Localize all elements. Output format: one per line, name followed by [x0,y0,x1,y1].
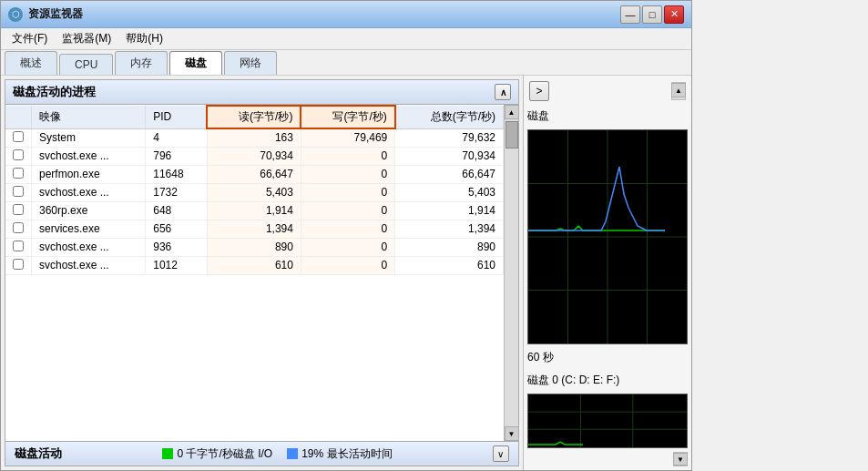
legend-io-color [162,448,173,459]
menu-bar: 文件(F) 监视器(M) 帮助(H) [1,28,691,50]
row-checkbox[interactable] [5,201,32,220]
row-checkbox[interactable] [5,220,32,238]
row-write: 0 [301,201,394,220]
row-pid: 1732 [146,183,207,201]
row-write: 0 [301,238,394,256]
tab-memory[interactable]: 内存 [115,51,168,75]
bottom-bar: 磁盘活动 0 千字节/秒磁盘 I/O 19% 最长活动时间 ∨ [5,441,518,466]
menu-help[interactable]: 帮助(H) [118,29,170,48]
minimize-button[interactable]: — [620,5,640,24]
disk-chart-svg [528,130,687,343]
table-row[interactable]: services.exe 656 1,394 0 1,394 [5,220,504,238]
menu-file[interactable]: 文件(F) [5,29,55,48]
right-scroll-bottom-container: ▼ [527,452,688,466]
row-read: 5,403 [207,183,301,201]
row-pid: 4 [146,128,207,147]
row-read: 610 [207,256,301,274]
row-write: 79,469 [301,128,394,147]
right-panel-top: > ▲ [527,79,688,103]
row-image: System [32,128,146,147]
row-write: 0 [301,220,394,238]
row-pid: 1012 [146,256,207,274]
tab-cpu[interactable]: CPU [59,54,113,75]
row-checkbox[interactable] [5,128,32,147]
restore-button[interactable]: □ [642,5,662,24]
scroll-thumb[interactable] [505,121,518,148]
table-row[interactable]: svchost.exe ... 936 890 0 890 [5,238,504,256]
tab-overview[interactable]: 概述 [5,51,57,75]
col-total-header[interactable]: 总数(字节/秒) [395,106,504,128]
table-row[interactable]: svchost.exe ... 796 70,934 0 70,934 [5,147,504,165]
col-image-header[interactable]: 映像 [32,106,146,128]
expand-button[interactable]: > [529,81,549,101]
table-row[interactable]: 360rp.exe 648 1,914 0 1,914 [5,201,504,220]
menu-monitor[interactable]: 监视器(M) [55,29,118,48]
legend-active-label: 19% 最长活动时间 [301,446,392,462]
row-total: 1,394 [395,220,504,238]
chart-disk-label: 磁盘 [527,107,688,126]
row-write: 0 [301,165,394,183]
bottom-collapse-button[interactable]: ∨ [493,445,509,462]
right-scroll-top[interactable]: ▲ [671,82,686,100]
row-total: 890 [395,238,504,256]
row-image: svchost.exe ... [32,256,146,274]
window-controls: — □ ✕ [620,5,684,24]
main-content: 磁盘活动的进程 ∧ 映像 PID 读(字节/秒) [1,76,691,470]
row-checkbox[interactable] [5,165,32,183]
window-title: 资源监视器 [28,6,83,22]
row-image: svchost.exe ... [32,183,146,201]
col-write-header[interactable]: 写(字节/秒) [301,106,394,128]
row-read: 890 [207,238,301,256]
row-pid: 936 [146,238,207,256]
table-wrapper: 映像 PID 读(字节/秒) 写(字节/秒) 总数(字节/秒) System 4 [5,105,518,441]
scroll-up-arrow[interactable]: ▲ [505,105,519,119]
table-row[interactable]: System 4 163 79,469 79,632 [5,128,504,147]
col-checkbox [5,106,32,128]
row-checkbox[interactable] [5,147,32,165]
scroll-down-arrow[interactable]: ▼ [505,426,519,441]
row-checkbox[interactable] [5,238,32,256]
table-container[interactable]: 映像 PID 读(字节/秒) 写(字节/秒) 总数(字节/秒) System 4 [5,105,504,441]
mini-chart-svg [528,394,687,447]
col-pid-header[interactable]: PID [146,106,207,128]
row-total: 66,647 [395,165,504,183]
app-icon: ⬡ [8,7,23,22]
row-pid: 648 [146,201,207,220]
disk-processes-section: 磁盘活动的进程 ∧ 映像 PID 读(字节/秒) [5,79,519,466]
col-read-header[interactable]: 读(字节/秒) [207,106,301,128]
close-button[interactable]: ✕ [664,5,684,24]
table-row[interactable]: svchost.exe ... 1012 610 0 610 [5,256,504,274]
table-scrollbar[interactable]: ▲ ▼ [504,105,518,441]
main-window: ⬡ 资源监视器 — □ ✕ 文件(F) 监视器(M) 帮助(H) 概述 CPU … [0,0,692,471]
legend-io: 0 千字节/秒磁盘 I/O [162,446,272,462]
row-write: 0 [301,147,394,165]
mini-disk-chart [527,394,688,448]
title-bar: ⬡ 资源监视器 — □ ✕ [1,1,691,28]
legend-active: 19% 最长活动时间 [287,446,392,462]
row-write: 0 [301,183,394,201]
right-scroll-down[interactable]: ▼ [673,453,688,466]
tab-disk[interactable]: 磁盘 [169,51,222,75]
collapse-button[interactable]: ∧ [495,84,511,100]
row-image: perfmon.exe [32,165,146,183]
row-write: 0 [301,256,394,274]
row-total: 5,403 [395,183,504,201]
row-read: 66,647 [207,165,301,183]
section-header: 磁盘活动的进程 ∧ [5,80,518,105]
table-header-row: 映像 PID 读(字节/秒) 写(字节/秒) 总数(字节/秒) [5,106,504,128]
tab-network[interactable]: 网络 [224,51,277,75]
table-row[interactable]: perfmon.exe 11648 66,647 0 66,647 [5,165,504,183]
left-panel: 磁盘活动的进程 ∧ 映像 PID 读(字节/秒) [1,76,523,470]
row-checkbox[interactable] [5,183,32,201]
row-pid: 796 [146,147,207,165]
row-pid: 11648 [146,165,207,183]
table-body: System 4 163 79,469 79,632 svchost.exe .… [5,128,504,274]
time-label: 60 秒 [527,348,688,367]
section-title: 磁盘活动的进程 [13,84,96,100]
row-read: 1,394 [207,220,301,238]
right-scroll-up[interactable]: ▲ [671,83,686,97]
table-row[interactable]: svchost.exe ... 1732 5,403 0 5,403 [5,183,504,201]
row-checkbox[interactable] [5,256,32,274]
right-scroll-bottom[interactable]: ▼ [673,452,688,466]
row-image: 360rp.exe [32,201,146,220]
